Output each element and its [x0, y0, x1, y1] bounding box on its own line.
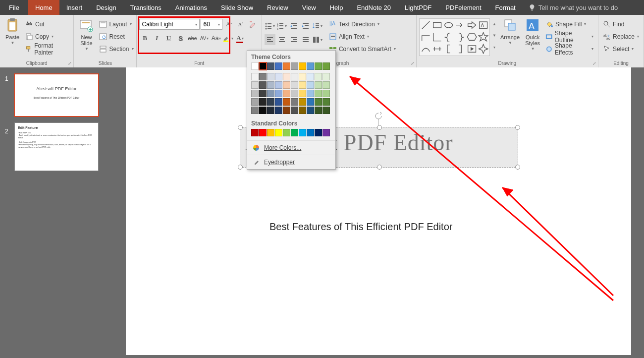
- color-swatch[interactable]: [275, 90, 282, 97]
- color-swatch[interactable]: [322, 98, 330, 106]
- color-swatch[interactable]: [322, 62, 330, 70]
- convert-smartart-button[interactable]: Convert to SmartArt▾: [327, 43, 398, 55]
- color-swatch[interactable]: [283, 90, 290, 97]
- tab-transitions[interactable]: Transitions: [123, 0, 168, 15]
- color-swatch[interactable]: [299, 90, 306, 97]
- color-swatch[interactable]: [291, 81, 298, 89]
- color-swatch[interactable]: [322, 73, 330, 80]
- tab-pdfelement[interactable]: PDFelement: [438, 0, 488, 15]
- paste-button[interactable]: Paste ▼: [2, 16, 22, 47]
- color-swatch[interactable]: [251, 98, 259, 106]
- color-swatch[interactable]: [291, 62, 298, 70]
- color-swatch[interactable]: [259, 129, 267, 136]
- align-left-button[interactable]: [265, 34, 275, 45]
- strikethrough-button[interactable]: abc: [187, 33, 198, 44]
- color-swatch[interactable]: [259, 90, 267, 97]
- find-button[interactable]: Find: [601, 18, 641, 30]
- color-swatch[interactable]: [267, 73, 274, 80]
- color-swatch[interactable]: [251, 90, 259, 97]
- justify-button[interactable]: [300, 34, 311, 45]
- color-swatch[interactable]: [259, 107, 267, 114]
- numbering-button[interactable]: 123▾: [276, 20, 287, 31]
- new-slide-button[interactable]: New Slide▼: [76, 16, 96, 53]
- color-swatch[interactable]: [251, 62, 259, 70]
- color-swatch[interactable]: [291, 129, 298, 136]
- columns-button[interactable]: ▾: [312, 34, 323, 45]
- select-button[interactable]: Select▾: [601, 43, 641, 55]
- color-swatch[interactable]: [283, 62, 290, 70]
- highlight-button[interactable]: ▾: [222, 33, 233, 44]
- resize-handle[interactable]: [238, 165, 243, 170]
- color-swatch[interactable]: [275, 107, 282, 114]
- tab-help[interactable]: Help: [323, 0, 350, 15]
- tab-format[interactable]: Format: [488, 0, 523, 15]
- shapes-gallery[interactable]: A: [419, 18, 490, 56]
- shadow-button[interactable]: S: [175, 33, 186, 44]
- font-color-button[interactable]: A▾: [234, 33, 245, 44]
- align-center-button[interactable]: [276, 34, 287, 45]
- color-swatch[interactable]: [315, 73, 322, 80]
- tab-animations[interactable]: Animations: [168, 0, 214, 15]
- color-swatch[interactable]: [283, 98, 290, 106]
- color-swatch[interactable]: [307, 90, 314, 97]
- color-swatch[interactable]: [322, 90, 330, 97]
- color-swatch[interactable]: [251, 107, 259, 114]
- color-swatch[interactable]: [283, 129, 290, 136]
- color-swatch[interactable]: [299, 62, 306, 70]
- cut-button[interactable]: Cut: [23, 18, 71, 30]
- decrease-indent-button[interactable]: [288, 20, 299, 31]
- bold-button[interactable]: B: [139, 33, 150, 44]
- color-swatch[interactable]: [251, 81, 259, 89]
- color-swatch[interactable]: [275, 129, 282, 136]
- font-size-combo[interactable]: 60▾: [201, 19, 222, 30]
- reset-button[interactable]: Reset: [97, 31, 135, 42]
- color-swatch[interactable]: [259, 73, 267, 80]
- shape-effects-button[interactable]: Shape Effects▾: [543, 43, 595, 55]
- color-swatch[interactable]: [283, 107, 290, 114]
- shape-outline-button[interactable]: Shape Outline▾: [543, 31, 595, 42]
- color-swatch[interactable]: [307, 129, 314, 136]
- replace-button[interactable]: abacReplace▾: [601, 31, 641, 42]
- color-swatch[interactable]: [251, 129, 259, 136]
- bullets-button[interactable]: ▾: [265, 20, 275, 31]
- color-swatch[interactable]: [291, 107, 298, 114]
- align-text-button[interactable]: Align Text▾: [327, 31, 398, 42]
- underline-button[interactable]: U: [163, 33, 174, 44]
- shape-fill-button[interactable]: Shape Fill▾: [543, 18, 595, 30]
- color-swatch[interactable]: [299, 98, 306, 106]
- color-swatch[interactable]: [322, 81, 330, 89]
- color-swatch[interactable]: [259, 62, 267, 70]
- color-swatch[interactable]: [322, 107, 330, 114]
- color-swatch[interactable]: [307, 107, 314, 114]
- color-swatch[interactable]: [315, 90, 322, 97]
- color-swatch[interactable]: [275, 98, 282, 106]
- slide-thumbnail-1[interactable]: Afirstsoft PDF Editor Best Features of T…: [15, 74, 98, 116]
- color-swatch[interactable]: [299, 107, 306, 114]
- copy-button[interactable]: Copy▾: [23, 31, 71, 42]
- color-swatch[interactable]: [299, 129, 306, 136]
- color-swatch[interactable]: [283, 73, 290, 80]
- italic-button[interactable]: I: [151, 33, 162, 44]
- shapes-scroll[interactable]: ▲▼▾: [491, 18, 497, 53]
- tell-me-search[interactable]: Tell me what you want to do: [523, 0, 624, 15]
- arrange-button[interactable]: Arrange▼: [498, 16, 522, 47]
- text-direction-button[interactable]: ||AText Direction▾: [327, 18, 398, 30]
- color-swatch[interactable]: [259, 81, 267, 89]
- tab-endnote[interactable]: EndNote 20: [350, 0, 398, 15]
- color-swatch[interactable]: [307, 81, 314, 89]
- eyedropper-button[interactable]: Eyedropper: [247, 155, 335, 169]
- slide-thumbnail-2[interactable]: Edit Faeture • Edit PDF Text • Add, modi…: [15, 123, 98, 171]
- color-swatch[interactable]: [315, 98, 322, 106]
- font-name-combo[interactable]: Calibri Light▾: [139, 19, 200, 30]
- tab-view[interactable]: View: [295, 0, 323, 15]
- color-swatch[interactable]: [315, 107, 322, 114]
- color-swatch[interactable]: [275, 62, 282, 70]
- color-swatch[interactable]: [315, 81, 322, 89]
- increase-indent-button[interactable]: [300, 20, 311, 31]
- color-swatch[interactable]: [283, 81, 290, 89]
- color-swatch[interactable]: [267, 81, 274, 89]
- tab-lightpdf[interactable]: LightPDF: [398, 0, 438, 15]
- color-swatch[interactable]: [307, 62, 314, 70]
- char-spacing-button[interactable]: AV▾: [199, 33, 210, 44]
- layout-button[interactable]: Layout▾: [97, 18, 135, 30]
